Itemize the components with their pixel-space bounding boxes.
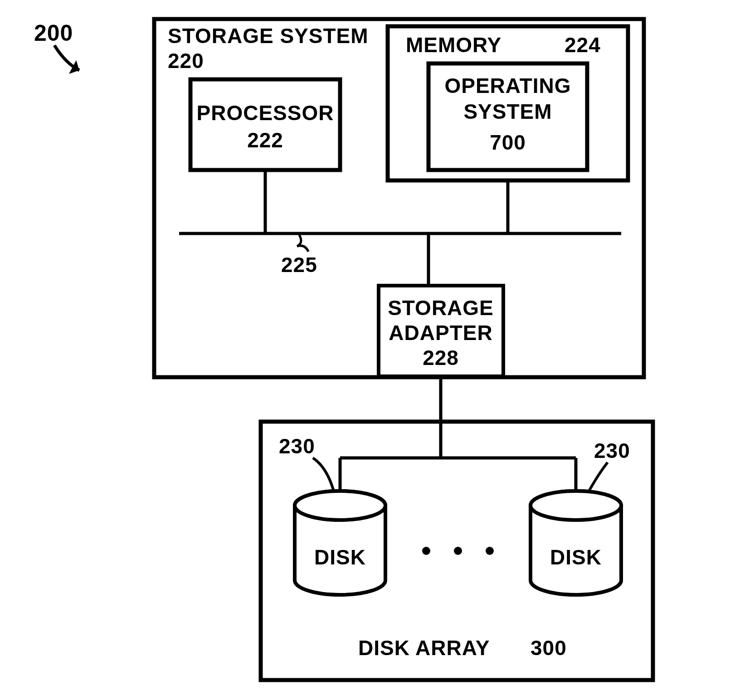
- disk-ref-right-leader: [587, 462, 608, 494]
- bus-callout: [297, 235, 308, 252]
- memory-title: MEMORY: [406, 33, 501, 57]
- ellipsis-dot: [422, 547, 430, 555]
- storage-system-title: STORAGE SYSTEM: [168, 24, 369, 48]
- diagram-canvas: 200 STORAGE SYSTEM 220 PROCESSOR 222 MEM…: [0, 0, 735, 700]
- storage-system-number: 220: [168, 49, 204, 73]
- storage-adapter-title1: STORAGE: [388, 296, 494, 320]
- processor-box: [190, 79, 340, 170]
- os-title-line1: OPERATING: [444, 74, 571, 97]
- ellipsis-dot: [486, 547, 494, 555]
- memory-number: 224: [565, 33, 601, 57]
- disk-right-label: DISK: [550, 545, 602, 569]
- disk-array-title: DISK ARRAY: [358, 636, 490, 660]
- disk-left: DISK: [295, 491, 385, 595]
- disk-ref-left: 230: [279, 434, 315, 458]
- disk-ref-right: 230: [594, 439, 630, 462]
- ellipsis-dot: [454, 547, 462, 555]
- processor-number: 222: [247, 128, 283, 152]
- figure-number: 200: [34, 20, 73, 46]
- os-title-line2: SYSTEM: [463, 100, 552, 123]
- storage-adapter-title2: ADAPTER: [389, 321, 492, 345]
- svg-point-3: [531, 491, 621, 520]
- figure-arrowhead: [69, 60, 79, 74]
- disk-array-number: 300: [531, 636, 567, 660]
- processor-title: PROCESSOR: [197, 101, 334, 125]
- disk-right: DISK: [531, 491, 621, 595]
- storage-adapter-number: 228: [423, 346, 459, 369]
- os-number: 700: [490, 131, 526, 154]
- svg-point-1: [295, 491, 385, 520]
- disk-left-label: DISK: [314, 545, 366, 569]
- disk-ref-left-leader: [313, 458, 333, 490]
- bus-number: 225: [281, 253, 317, 277]
